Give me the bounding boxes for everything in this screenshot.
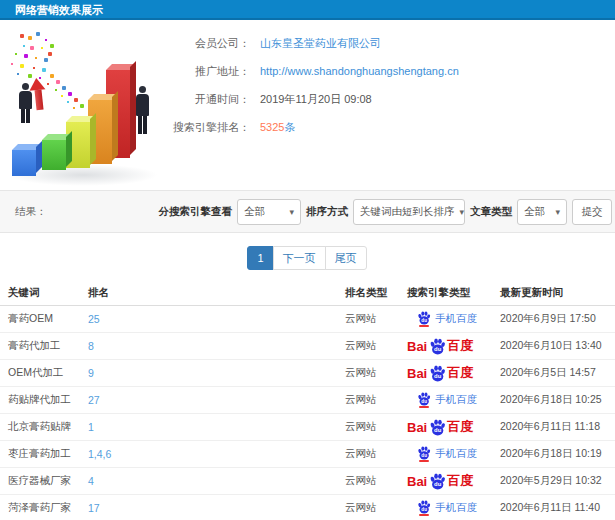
engine-filter-select[interactable]: 全部 ▾ — [237, 199, 301, 225]
engine-cell: du 手机百度 Bai du — [407, 337, 500, 355]
last-page-button[interactable]: 尾页 — [325, 246, 367, 270]
businessman-right — [136, 86, 149, 134]
mobile-baidu-logo: du 手机百度 — [407, 311, 477, 327]
rank-link[interactable]: 25 — [88, 313, 345, 325]
rank-type-cell: 云网站 — [345, 366, 407, 380]
svg-text:du: du — [421, 453, 427, 458]
svg-text:du: du — [434, 346, 442, 352]
article-type-label: 文章类型 — [470, 205, 512, 219]
svg-text:du: du — [421, 318, 427, 323]
table-row: 菏泽膏药厂家 17 云网站 du 手机百度 — [0, 495, 615, 520]
rank-link[interactable]: 9 — [88, 367, 345, 379]
promo-url-link[interactable]: http://www.shandonghuangshengtang.cn — [260, 64, 459, 78]
sort-label: 排序方式 — [306, 205, 348, 219]
mobile-baidu-label: 手机百度 — [435, 501, 477, 515]
table-header-row: 关键词 排名 排名类型 搜索引擎类型 最新更新时间 — [0, 280, 615, 306]
header-engine-type: 搜索引擎类型 — [407, 286, 500, 300]
rank-link[interactable]: 27 — [88, 394, 345, 406]
baidu-bai-text: Bai — [407, 366, 427, 381]
keyword-cell: 北京膏药贴牌 — [8, 420, 88, 434]
updated-cell: 2020年6月11日 11:18 — [500, 420, 615, 434]
rank-type-cell: 云网站 — [345, 447, 407, 461]
rank-type-cell: 云网站 — [345, 339, 407, 353]
rank-type-cell: 云网站 — [345, 501, 407, 515]
baidu-cn-text: 百度 — [447, 337, 473, 355]
rank-link[interactable]: 17 — [88, 502, 345, 514]
baidu-logo: Bai du 百度 — [407, 418, 473, 436]
baidu-paw-icon: du — [429, 419, 446, 436]
keyword-cell: OEM代加工 — [8, 366, 88, 380]
page: 网络营销效果展示 会员公司： 山东皇圣堂药业有限公司 推广地址： http://… — [0, 0, 615, 520]
rank-type-cell: 云网站 — [345, 393, 407, 407]
baidu-bai-text: Bai — [407, 420, 427, 435]
baidu-cn-text: 百度 — [447, 418, 473, 436]
sort-value: 关键词由短到长排序 — [360, 205, 455, 219]
sort-select[interactable]: 关键词由短到长排序 ▾ — [353, 199, 465, 225]
caret-down-icon: ▾ — [550, 207, 560, 217]
submit-button[interactable]: 提交 — [572, 199, 612, 225]
baidu-paw-icon: du — [417, 500, 431, 516]
next-page-button[interactable]: 下一页 — [273, 246, 326, 270]
table-body: 膏药OEM 25 云网站 du 手机百度 B — [0, 306, 615, 520]
keyword-cell: 菏泽膏药厂家 — [8, 501, 88, 515]
table-row: 枣庄膏药加工 1,4,6 云网站 du 手机百度 — [0, 441, 615, 468]
table-row: OEM代加工 9 云网站 du 手机百度 B — [0, 360, 615, 387]
mobile-baidu-logo: du 手机百度 — [407, 500, 477, 516]
baidu-paw-icon: du — [429, 365, 446, 382]
caret-down-icon: ▾ — [284, 207, 294, 217]
baidu-logo: Bai du 百度 — [407, 364, 473, 382]
engine-cell: du 手机百度 Bai du — [407, 392, 500, 408]
baidu-logo: Bai du 百度 — [407, 337, 473, 355]
bar-green — [42, 140, 66, 170]
member-company-link[interactable]: 山东皇圣堂药业有限公司 — [260, 36, 381, 50]
rank-link[interactable]: 1,4,6 — [88, 448, 345, 460]
mobile-baidu-label: 手机百度 — [435, 312, 477, 326]
mobile-baidu-label: 手机百度 — [435, 393, 477, 407]
engine-cell: du 手机百度 Bai du — [407, 446, 500, 462]
rank-type-cell: 云网站 — [345, 312, 407, 326]
page-title: 网络营销效果展示 — [0, 0, 103, 20]
result-label: 结果： — [0, 205, 47, 219]
rank-link[interactable]: 4 — [88, 475, 345, 487]
rank-link[interactable]: 8 — [88, 340, 345, 352]
rank-type-cell: 云网站 — [345, 420, 407, 434]
mobile-baidu-logo: du 手机百度 — [407, 392, 477, 408]
baidu-logo: Bai du 百度 — [407, 472, 473, 490]
keyword-cell: 膏药OEM — [8, 312, 88, 326]
ranking-count-unit-link[interactable]: 条 — [284, 120, 295, 134]
engine-cell: du 手机百度 Bai du — [407, 472, 500, 490]
article-type-select[interactable]: 全部 ▾ — [517, 199, 567, 225]
rank-link[interactable]: 1 — [88, 421, 345, 433]
top-bar: 网络营销效果展示 — [0, 0, 615, 20]
filter-controls: 分搜索引擎查看 全部 ▾ 排序方式 关键词由短到长排序 ▾ 文章类型 全部 ▾ … — [159, 199, 615, 225]
header-rank-type: 排名类型 — [345, 286, 407, 300]
pagination: 1 下一页 尾页 — [0, 246, 615, 270]
open-time-value: 2019年11月20日 09:08 — [260, 92, 372, 106]
baidu-paw-icon: du — [417, 392, 431, 408]
rank-type-cell: 云网站 — [345, 474, 407, 488]
baidu-bai-text: Bai — [407, 339, 427, 354]
svg-text:du: du — [434, 427, 442, 433]
article-type-value: 全部 — [524, 205, 545, 219]
baidu-paw-icon: du — [429, 473, 446, 490]
baidu-cn-text: 百度 — [447, 364, 473, 382]
results-table: 关键词 排名 排名类型 搜索引擎类型 最新更新时间 膏药OEM 25 云网站 d… — [0, 280, 615, 520]
updated-cell: 2020年6月10日 13:40 — [500, 339, 615, 353]
table-row: 医疗器械厂家 4 云网站 du 手机百度 B — [0, 468, 615, 495]
engine-filter-value: 全部 — [244, 205, 265, 219]
updated-cell: 2020年6月18日 10:25 — [500, 393, 615, 407]
bar-blue — [12, 150, 36, 176]
updated-cell: 2020年6月5日 14:57 — [500, 366, 615, 380]
baidu-cn-text: 百度 — [447, 472, 473, 490]
baidu-bai-text: Bai — [407, 474, 427, 489]
filter-bar: 结果： 分搜索引擎查看 全部 ▾ 排序方式 关键词由短到长排序 ▾ 文章类型 全… — [0, 190, 615, 233]
svg-text:du: du — [421, 507, 427, 512]
page-1-button[interactable]: 1 — [247, 246, 273, 270]
header-updated: 最新更新时间 — [500, 286, 615, 300]
mobile-baidu-logo: du 手机百度 — [407, 446, 477, 462]
updated-cell: 2020年6月11日 11:40 — [500, 501, 615, 515]
svg-text:du: du — [421, 399, 427, 404]
keyword-cell: 医疗器械厂家 — [8, 474, 88, 488]
updated-cell: 2020年6月9日 17:50 — [500, 312, 615, 326]
member-company-row: 会员公司： 山东皇圣堂药业有限公司 — [0, 36, 615, 50]
